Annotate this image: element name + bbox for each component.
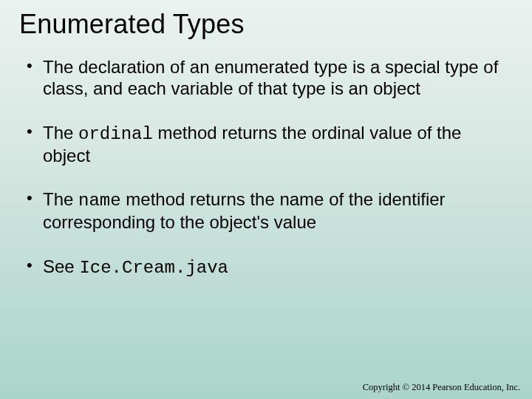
code-text: ordinal	[78, 124, 153, 144]
slide: Enumerated Types The declaration of an e…	[0, 0, 532, 399]
code-text: Ice.Cream.java	[79, 258, 228, 278]
bullet-item: The declaration of an enumerated type is…	[25, 56, 510, 100]
body-text: The declaration of an enumerated type is…	[43, 57, 498, 98]
body-text: The	[43, 189, 78, 209]
body-text: See	[43, 256, 79, 276]
body-text: The	[43, 123, 78, 143]
code-text: name	[78, 191, 121, 211]
bullet-item: The name method returns the name of the …	[25, 188, 510, 233]
bullet-item: The ordinal method returns the ordinal v…	[25, 122, 510, 167]
slide-title: Enumerated Types	[19, 9, 513, 40]
copyright-footer: Copyright © 2014 Pearson Education, Inc.	[363, 382, 520, 393]
bullet-list: The declaration of an enumerated type is…	[19, 56, 513, 279]
bullet-item: See Ice.Cream.java	[25, 256, 510, 279]
